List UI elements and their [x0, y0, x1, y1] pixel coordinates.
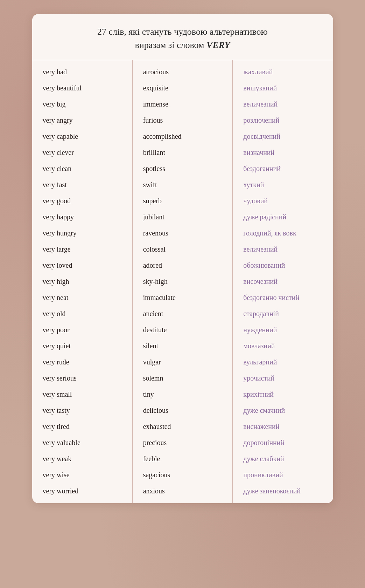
english-phrase: very tired	[32, 418, 133, 435]
table-row: very oldancientстародавній	[32, 306, 333, 322]
synonym: atrocious	[132, 60, 233, 80]
synonym: ancient	[132, 306, 233, 322]
table-row: very lovedadoredобожнюваний	[32, 257, 333, 273]
synonym: silent	[132, 338, 233, 354]
ukrainian-translation: хуткий	[233, 177, 333, 193]
english-phrase: very beautiful	[32, 80, 133, 96]
english-phrase: very clean	[32, 160, 133, 177]
english-phrase: very fast	[32, 177, 133, 193]
ukrainian-translation: виснажений	[233, 418, 333, 435]
synonym: immense	[132, 96, 233, 112]
table-row: very badatrociousжахливий	[32, 60, 333, 80]
ukrainian-translation: крихітний	[233, 386, 333, 402]
table-row: very serioussolemnурочистий	[32, 370, 333, 386]
english-phrase: very high	[32, 273, 133, 289]
ukrainian-translation: дуже радісний	[233, 209, 333, 225]
english-phrase: very valuable	[32, 435, 133, 451]
ukrainian-translation: дуже занепокоєний	[233, 483, 333, 503]
ukrainian-translation: величезний	[233, 96, 333, 112]
table-row: very cleanspotlessбездоганний	[32, 160, 333, 177]
ukrainian-translation: дорогоцінний	[233, 435, 333, 451]
synonym: superb	[132, 193, 233, 209]
english-phrase: very quiet	[32, 338, 133, 354]
english-phrase: very clever	[32, 144, 133, 160]
english-phrase: very poor	[32, 322, 133, 338]
synonym: exhausted	[132, 418, 233, 435]
english-phrase: very hungry	[32, 225, 133, 241]
title-word: VERY	[206, 40, 230, 50]
ukrainian-translation: чудовий	[233, 193, 333, 209]
english-phrase: very tasty	[32, 402, 133, 418]
ukrainian-translation: проникливий	[233, 467, 333, 483]
english-phrase: very neat	[32, 289, 133, 306]
table-row: very valuablepreciousдорогоцінний	[32, 435, 333, 451]
english-phrase: very big	[32, 96, 133, 112]
card-header: 27 слів, які стануть чудовою альтернатив…	[32, 14, 333, 60]
synonym: adored	[132, 257, 233, 273]
synonym: ravenous	[132, 225, 233, 241]
table-row: very beautifulexquisiteвишуканий	[32, 80, 333, 96]
ukrainian-translation: жахливий	[233, 60, 333, 80]
english-phrase: very angry	[32, 112, 133, 128]
synonym: swift	[132, 177, 233, 193]
synonym: spotless	[132, 160, 233, 177]
table-row: very bigimmenseвеличезний	[32, 96, 333, 112]
synonym: feeble	[132, 451, 233, 467]
english-phrase: very wise	[32, 467, 133, 483]
synonym: immaculate	[132, 289, 233, 306]
synonym: brilliant	[132, 144, 233, 160]
synonym: sagacious	[132, 467, 233, 483]
english-phrase: very happy	[32, 209, 133, 225]
table-row: very wisesagaciousпроникливий	[32, 467, 333, 483]
table-row: very cleverbrilliantвизначний	[32, 144, 333, 160]
table-row: very capableaccomplishedдосвідчений	[32, 128, 333, 144]
ukrainian-translation: мовчазний	[233, 338, 333, 354]
ukrainian-translation: урочистий	[233, 370, 333, 386]
ukrainian-translation: стародавній	[233, 306, 333, 322]
ukrainian-translation: голодний, як вовк	[233, 225, 333, 241]
vocabulary-table: very badatrociousжахливийvery beautifule…	[32, 60, 333, 503]
english-phrase: very rude	[32, 354, 133, 370]
synonym: colossal	[132, 241, 233, 257]
ukrainian-translation: нужденний	[233, 322, 333, 338]
table-row: very happyjubilantдуже радісний	[32, 209, 333, 225]
synonym: accomplished	[132, 128, 233, 144]
table-row: very goodsuperbчудовий	[32, 193, 333, 209]
synonym: sky-high	[132, 273, 233, 289]
table-row: very smalltinyкрихітний	[32, 386, 333, 402]
table-row: very angryfuriousрозлючений	[32, 112, 333, 128]
synonym: tiny	[132, 386, 233, 402]
ukrainian-translation: вишуканий	[233, 80, 333, 96]
table-row: very quietsilentмовчазний	[32, 338, 333, 354]
ukrainian-translation: обожнюваний	[233, 257, 333, 273]
ukrainian-translation: величезний	[233, 241, 333, 257]
synonym: destitute	[132, 322, 233, 338]
title-line2: виразам зі словом	[135, 40, 207, 50]
synonym: delicious	[132, 402, 233, 418]
table-row: very neatimmaculateбездоганно чистий	[32, 289, 333, 306]
page-title: 27 слів, які стануть чудовою альтернатив…	[46, 25, 319, 52]
english-phrase: very good	[32, 193, 133, 209]
english-phrase: very capable	[32, 128, 133, 144]
synonym: precious	[132, 435, 233, 451]
table-row: very largecolossalвеличезний	[32, 241, 333, 257]
main-card: 27 слів, які стануть чудовою альтернатив…	[32, 14, 333, 503]
ukrainian-translation: визначний	[233, 144, 333, 160]
synonym: exquisite	[132, 80, 233, 96]
synonym: jubilant	[132, 209, 233, 225]
synonym: solemn	[132, 370, 233, 386]
english-phrase: very serious	[32, 370, 133, 386]
ukrainian-translation: дуже слабкий	[233, 451, 333, 467]
ukrainian-translation: бездоганний	[233, 160, 333, 177]
english-phrase: very loved	[32, 257, 133, 273]
table-row: very worriedanxiousдуже занепокоєний	[32, 483, 333, 503]
english-phrase: very small	[32, 386, 133, 402]
ukrainian-translation: вульгарний	[233, 354, 333, 370]
table-row: very tiredexhaustedвиснажений	[32, 418, 333, 435]
title-line1: 27 слів, які стануть чудовою альтернатив…	[97, 27, 268, 37]
synonym: vulgar	[132, 354, 233, 370]
english-phrase: very old	[32, 306, 133, 322]
table-row: very tastydeliciousдуже смачний	[32, 402, 333, 418]
synonym: anxious	[132, 483, 233, 503]
english-phrase: very weak	[32, 451, 133, 467]
